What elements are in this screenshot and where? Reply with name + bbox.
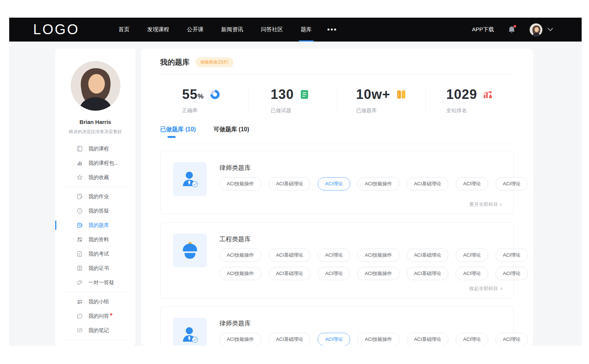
note-icon — [77, 327, 83, 333]
sidebar-item-my-course-packs[interactable]: 我的课程包... — [55, 156, 135, 170]
subject-tag[interactable]: ACI技能操作 — [219, 249, 261, 262]
main-panel: 我的题库 体验剩余23天! 55 % 正确率 — [141, 49, 533, 346]
sidebar-item-my-qa[interactable]: ? 我的问答 — [55, 309, 135, 323]
app-download-link[interactable]: APP下载 — [472, 26, 494, 33]
stat-banks-done: 10w+ 已做题库 — [337, 87, 426, 114]
subject-tag[interactable]: ACI技能操作 — [219, 267, 261, 280]
bank-card-lawyer-2[interactable]: 律师类题库 ACI技能操作ACI基础理论ACI理论ACI技能操作ACI基础理论A… — [160, 306, 514, 346]
sidebar-item-one-on-one[interactable]: 一对一答疑 — [55, 275, 135, 290]
bank-card-lawyer-1[interactable]: 律师类题库 ACI技能操作ACI基础理论ACI理论ACI技能操作ACI基础理论A… — [160, 151, 514, 214]
stat-label: 已做试题 — [271, 107, 315, 114]
chevron-down-icon[interactable] — [548, 28, 553, 31]
profile-grid-icon — [77, 236, 83, 243]
nav-item-news[interactable]: 新闻资讯 — [212, 18, 252, 42]
subject-tag[interactable]: ACI理论 — [456, 177, 488, 190]
subject-tag[interactable]: ACI技能操作 — [357, 177, 399, 190]
sidebar-item-my-exams[interactable]: 我的考试 — [55, 247, 135, 261]
sidebar-item-my-materials[interactable]: 我的资料 — [55, 232, 135, 247]
sidebar-item-my-questions[interactable]: ? 我的答疑 — [55, 204, 135, 218]
bank-card-engineering[interactable]: 工程类题库 ACI技能操作ACI基础理论ACI理论ACI技能操作ACI基础理论A… — [160, 222, 514, 298]
subject-tag-row: ACI技能操作ACI基础理论ACI理论ACI技能操作ACI基础理论ACI理论AC… — [219, 249, 535, 262]
user-name: Brian Harris — [55, 119, 135, 125]
subject-tag[interactable]: ACI基础理论 — [269, 267, 311, 280]
stat-value: 10w+ — [356, 87, 390, 102]
nav-item-discover-courses[interactable]: 发现课程 — [138, 18, 178, 42]
donut-chart-icon — [209, 89, 221, 100]
subject-tag[interactable]: ACI理论 — [495, 249, 528, 262]
subject-tag[interactable]: ACI基础理论 — [269, 333, 311, 346]
app-window: LOGO 首页 发现课程 公开课 新闻资讯 问答社区 题库 ••• APP下载 — [9, 18, 582, 346]
sidebar-item-my-homework[interactable]: 我的作业 — [55, 189, 135, 204]
subject-tag[interactable]: ACI理论 — [456, 333, 488, 346]
stat-suffix: % — [198, 93, 204, 100]
subject-tag[interactable]: ACI理论 — [456, 249, 488, 262]
nav-item-qa-community[interactable]: 问答社区 — [252, 18, 292, 42]
subject-tag[interactable]: ACI基础理论 — [407, 267, 449, 280]
subject-tag[interactable]: ACI理论 — [495, 333, 528, 346]
sidebar-item-label: 我的资料 — [88, 236, 109, 243]
profile-avatar[interactable] — [71, 61, 120, 111]
sidebar-item-label: 我的收藏 — [88, 174, 109, 181]
stat-label: 已做题库 — [356, 107, 406, 114]
stat-value: 1029 — [446, 87, 477, 102]
expand-subjects-link[interactable]: 展开全部科目» — [173, 201, 502, 208]
nav-item-open-classes[interactable]: 公开课 — [178, 18, 212, 42]
sidebar-item-my-certificates[interactable]: 我的证书 — [55, 261, 135, 275]
subject-tag[interactable]: ACI理论 — [318, 333, 350, 346]
subject-tag[interactable]: ACI技能操作 — [357, 267, 399, 280]
stat-site-rank: 1029 全站排名 — [426, 87, 514, 114]
menu-divider — [64, 292, 127, 292]
subject-tag[interactable]: ACI理论 — [495, 267, 528, 280]
sidebar-item-my-question-bank[interactable]: 我的题库 — [55, 218, 135, 232]
subject-tag-row: ACI技能操作ACI基础理论ACI理论ACI技能操作ACI基础理论ACI理论AC… — [219, 333, 535, 346]
sidebar-item-my-points[interactable]: 我的积分 — [55, 342, 135, 346]
nav-more-ellipsis-icon[interactable]: ••• — [321, 25, 344, 34]
subject-tag[interactable]: ACI基础理论 — [407, 333, 449, 346]
sidebar-item-label: 我的答疑 — [88, 208, 109, 214]
subject-tag[interactable]: ACI技能操作 — [219, 333, 261, 346]
sidebar-item-label: 我的小组 — [88, 299, 109, 305]
subject-tag[interactable]: ACI理论 — [318, 177, 350, 190]
page-content: Brian Harris 错误的决定比没有决定要好 我的课程 我的课程包... … — [9, 42, 582, 346]
subject-tag[interactable]: ACI理论 — [495, 177, 528, 190]
sidebar-item-my-courses[interactable]: 我的课程 — [55, 142, 135, 156]
subject-tag[interactable]: ACI基础理论 — [269, 249, 311, 262]
sidebar-item-my-notes[interactable]: 我的笔记 — [55, 323, 135, 338]
sidebar-item-label: 我的题库 — [88, 222, 109, 229]
subject-tag[interactable]: ACI技能操作 — [357, 249, 399, 262]
tab-done-banks[interactable]: 已做题库 (10) — [160, 126, 196, 138]
stat-questions-done: 130 已做试题 — [249, 87, 338, 114]
subject-tag[interactable]: ACI基础理论 — [269, 177, 311, 190]
subject-tag[interactable]: ACI理论 — [456, 267, 488, 280]
double-chevron-up-icon: » — [498, 287, 504, 290]
nav-item-question-bank[interactable]: 题库 — [292, 18, 321, 42]
sidebar-item-my-groups[interactable]: 我的小组 — [55, 295, 135, 309]
collapse-subjects-link[interactable]: 收起全部科目» — [173, 285, 502, 292]
stats-row: 55 % 正确率 130 — [160, 74, 514, 124]
subject-tag[interactable]: ACI技能操作 — [357, 333, 399, 346]
sidebar-item-label: 我的课程 — [88, 146, 109, 152]
stat-accuracy: 55 % 正确率 — [160, 87, 249, 114]
subject-tag[interactable]: ACI技能操作 — [219, 177, 261, 190]
notification-bell-icon[interactable] — [508, 26, 515, 34]
sidebar-item-label: 一对一答疑 — [88, 279, 114, 286]
homework-icon — [77, 193, 83, 200]
svg-text:?: ? — [79, 314, 81, 318]
group-icon — [77, 299, 83, 305]
user-avatar[interactable] — [529, 23, 543, 36]
certificate-icon — [77, 265, 83, 271]
subject-tag[interactable]: ACI理论 — [318, 267, 350, 280]
subject-tag[interactable]: ACI基础理论 — [407, 249, 449, 262]
sidebar-item-my-favorites[interactable]: 我的收藏 — [55, 170, 135, 185]
sidebar-item-label: 我的作业 — [88, 193, 109, 200]
sidebar-item-label: 我的考试 — [88, 251, 109, 257]
nav-item-home[interactable]: 首页 — [110, 18, 138, 42]
logo[interactable]: LOGO — [33, 22, 80, 38]
user-motto: 错误的决定比没有决定要好 — [55, 129, 135, 135]
subject-tag[interactable]: ACI基础理论 — [407, 177, 449, 190]
bank-card-title: 工程类题库 — [219, 235, 535, 243]
subject-tag[interactable]: ACI理论 — [318, 249, 350, 262]
tab-available-banks[interactable]: 可做题库 (10) — [214, 126, 249, 138]
nav-right-group: APP下载 — [472, 23, 553, 36]
green-paper-icon — [300, 89, 309, 100]
